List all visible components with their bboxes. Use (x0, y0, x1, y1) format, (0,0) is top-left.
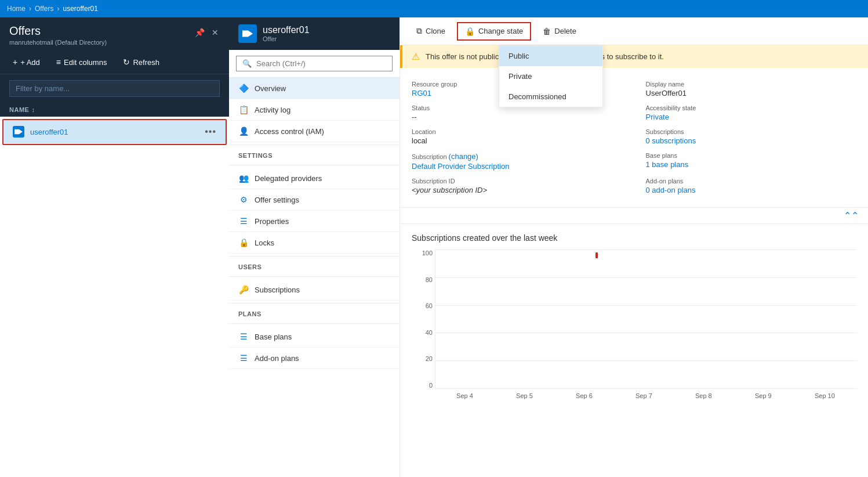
list-item[interactable]: useroffer01 ••• (3, 120, 226, 144)
settings-divider (229, 165, 400, 165)
nav-base-plans[interactable]: ☰ Base plans (229, 326, 400, 348)
middle-panel-title: useroffer01 (263, 25, 310, 35)
chart-title: Subscriptions created over the last week (412, 233, 856, 243)
breadcrumb-sep-2: › (57, 5, 59, 13)
nav-addon-plans[interactable]: ☰ Add-on plans (229, 348, 400, 369)
x-label-sep6: Sep 6 (576, 392, 593, 399)
refresh-button[interactable]: ↻ Refresh (119, 55, 163, 69)
addon-plans-value[interactable]: 0 add-on plans (646, 186, 696, 194)
search-input-wrap: 🔍 (236, 56, 393, 71)
subscriptions-value[interactable]: 0 subscriptions (646, 136, 696, 145)
x-label-sep5: Sep 5 (516, 392, 533, 399)
left-panel: Offers manrutehotmail (Default Directory… (0, 17, 229, 477)
subscription-cell: Subscription (change) Default Provider S… (400, 149, 634, 174)
resource-group-value[interactable]: RG01 (412, 89, 431, 97)
clone-button[interactable]: ⧉ Clone (409, 23, 452, 39)
dropdown-decommissioned[interactable]: Decommissioned (499, 86, 602, 107)
detail-grid: Resource group RG01 Display name UserOff… (400, 68, 868, 208)
access-control-icon: 👤 (238, 127, 249, 136)
nav-subscriptions[interactable]: 🔑 Subscriptions (229, 279, 400, 301)
subscription-id-cell: Subscription ID <your subscription ID> (400, 174, 634, 198)
chart-area: Subscriptions created over the last week… (400, 224, 868, 477)
collapse-button[interactable]: ⌃⌃ (844, 210, 859, 221)
grid-line-40 (435, 333, 856, 333)
close-button[interactable]: ✕ (210, 27, 220, 38)
chart-container (435, 250, 856, 389)
middle-panel-subtitle: Offer (263, 35, 310, 42)
base-plans-label: Base plans (646, 152, 857, 159)
change-state-button[interactable]: 🔒 Change state (457, 22, 531, 41)
dropdown-public[interactable]: Public (499, 46, 602, 66)
right-panel-wrapper: ⧉ Clone 🔒 Change state 🗑 Delete ⚠ This o… (400, 17, 868, 477)
dropdown-private[interactable]: Private (499, 66, 602, 86)
subscription-id-value: <your subscription ID> (412, 186, 623, 194)
list-item-name: useroffer01 (30, 128, 205, 136)
grid-line-100 (435, 250, 856, 250)
subscription-change-link[interactable]: (change) (449, 152, 478, 161)
accessibility-cell: Accessibility state Private (634, 101, 869, 125)
addon-plans-label: Add-on plans (646, 178, 857, 185)
add-button[interactable]: + + Add (9, 55, 43, 69)
edit-columns-button[interactable]: ≡ Edit columns (53, 55, 111, 69)
grid-line-20 (435, 360, 856, 361)
y-label-20: 20 (412, 355, 433, 362)
nav-subscriptions-label: Subscriptions (255, 286, 300, 294)
locks-icon: 🔒 (238, 238, 249, 247)
filter-input[interactable] (9, 80, 220, 97)
collapse-bar: ⌃⌃ (400, 208, 868, 224)
subscriptions-label: Subscriptions (646, 128, 857, 135)
location-label: Location (412, 128, 623, 135)
breadcrumb-home[interactable]: Home (7, 5, 26, 13)
breadcrumb-offers[interactable]: Offers (35, 5, 53, 13)
activity-log-icon: 📋 (238, 105, 249, 114)
display-name-label: Display name (646, 81, 857, 88)
offer-header-icon (238, 24, 257, 43)
nav-overview[interactable]: 🔷 Overview (229, 78, 400, 99)
x-label-sep9: Sep 9 (755, 392, 772, 399)
search-input[interactable] (256, 59, 386, 68)
left-panel-subtitle: manrutehotmail (Default Directory) (9, 39, 107, 46)
settings-section-header: SETTINGS (229, 144, 400, 162)
x-label-sep8: Sep 8 (695, 392, 712, 399)
display-name-cell: Display name UserOffer01 (634, 77, 869, 101)
plans-section-header: PLANS (229, 303, 400, 321)
nav-offer-settings[interactable]: ⚙ Offer settings (229, 189, 400, 211)
properties-icon: ☰ (238, 216, 249, 226)
nav-access-control[interactable]: 👤 Access control (IAM) (229, 121, 400, 142)
base-plans-cell: Base plans 1 base plans (634, 149, 869, 174)
nav-delegated-label: Delegated providers (255, 174, 322, 183)
filter-area (0, 74, 229, 103)
subscription-value[interactable]: Default Provider Subscription (412, 162, 509, 171)
clone-icon: ⧉ (416, 26, 422, 36)
nav-delegated-providers[interactable]: 👥 Delegated providers (229, 168, 400, 189)
middle-panel: useroffer01 Offer 🔍 🔷 Overview 📋 Activit… (229, 17, 400, 477)
nav-overview-label: Overview (255, 84, 286, 93)
nav-activity-log[interactable]: 📋 Activity log (229, 99, 400, 121)
nav-activity-label: Activity log (255, 106, 290, 114)
subscriptions-cell: Subscriptions 0 subscriptions (634, 125, 869, 149)
search-icon: 🔍 (242, 59, 252, 68)
y-label-60: 60 (412, 302, 433, 309)
accessibility-value[interactable]: Private (646, 113, 669, 121)
lock-icon: 🔒 (465, 27, 475, 36)
x-label-sep4: Sep 4 (456, 392, 473, 399)
x-label-sep7: Sep 7 (635, 392, 652, 399)
right-panel: ⧉ Clone 🔒 Change state 🗑 Delete ⚠ This o… (400, 17, 868, 477)
chart-data-point (595, 252, 598, 258)
pin-button[interactable]: 📌 (194, 27, 206, 38)
subscription-label: Subscription (change) (412, 152, 623, 161)
addon-plans-cell: Add-on plans 0 add-on plans (634, 174, 869, 198)
warning-banner: ⚠ This offer is not public. Making it pu… (400, 45, 868, 68)
nav-properties-label: Properties (255, 217, 289, 226)
more-options-icon[interactable]: ••• (205, 127, 216, 137)
add-icon: + (13, 57, 17, 67)
nav-addon-plans-label: Add-on plans (255, 354, 299, 363)
delete-button[interactable]: 🗑 Delete (536, 23, 583, 39)
nav-properties[interactable]: ☰ Properties (229, 211, 400, 232)
sort-icon: ↕ (31, 106, 35, 113)
subscription-id-label: Subscription ID (412, 178, 623, 185)
users-section-header: USERS (229, 256, 400, 274)
base-plans-value[interactable]: 1 base plans (646, 160, 689, 169)
nav-locks[interactable]: 🔒 Locks (229, 232, 400, 254)
delete-icon: 🗑 (543, 27, 551, 36)
